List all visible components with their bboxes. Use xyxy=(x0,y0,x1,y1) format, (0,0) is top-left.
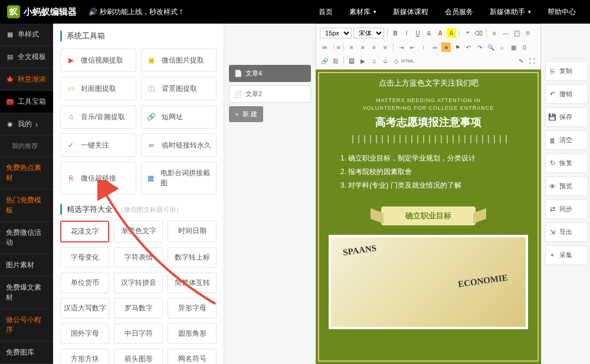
char-btn-2[interactable]: 时间日期 xyxy=(168,221,217,242)
char-btn-13[interactable]: 中日字符 xyxy=(114,323,163,344)
emoji-icon[interactable]: ☺ xyxy=(381,56,390,65)
sidebar-item-8[interactable]: 免费微信活动 xyxy=(0,222,53,254)
hr-icon[interactable]: — xyxy=(501,28,510,38)
sidebar-item-4[interactable]: ◉我的 xyxy=(0,113,53,136)
unlink-icon[interactable]: ⛓ xyxy=(331,56,340,65)
sidebar-item-9[interactable]: 图片素材 xyxy=(0,254,53,277)
char-btn-9[interactable]: 汉语大写数字 xyxy=(60,298,109,319)
flag-icon[interactable]: ⚑ xyxy=(453,42,462,52)
char-btn-11[interactable]: 异形字母 xyxy=(168,298,217,319)
char-btn-14[interactable]: 圆形角形 xyxy=(168,323,217,344)
action-复制[interactable]: ⎘复制 xyxy=(545,61,588,81)
tool-0[interactable]: ▶微信视频提取 xyxy=(60,48,136,72)
video-icon[interactable]: ▶ xyxy=(358,56,368,65)
search-icon[interactable]: 🔍 xyxy=(486,42,496,52)
outdent-icon[interactable]: ⇤ xyxy=(408,42,417,52)
char-btn-17[interactable]: 网名符号 xyxy=(168,349,217,364)
action-撤销[interactable]: ↶撤销 xyxy=(545,84,588,104)
align-j-icon[interactable]: ≡ xyxy=(381,42,390,52)
tool-1[interactable]: ▣微信图片提取 xyxy=(141,48,217,72)
nav-help[interactable]: 帮助中心 xyxy=(548,7,576,17)
sidebar-item-2[interactable]: 🍁秋意渐浓 xyxy=(0,68,53,91)
tool-4[interactable]: ♫音乐/音频提取 xyxy=(60,105,136,129)
tool-9[interactable]: ▦电影台词拼接截图 xyxy=(141,162,217,195)
expand-icon[interactable]: ⛶ xyxy=(527,56,537,65)
undo-icon[interactable]: ↶ xyxy=(464,42,473,52)
char-btn-3[interactable]: 字母变化 xyxy=(60,247,109,268)
char-btn-1[interactable]: 渐变色文字 xyxy=(114,221,163,242)
tool-7[interactable]: ∞临时链接转永久 xyxy=(141,133,217,157)
font-family-select[interactable]: 宋体 xyxy=(353,28,384,38)
action-同步[interactable]: ⇄同步 xyxy=(545,199,588,219)
image-icon[interactable]: 🖼 xyxy=(347,56,356,65)
char-btn-8[interactable]: 简繁体互转 xyxy=(168,273,217,293)
nav-home[interactable]: 首页 xyxy=(319,7,333,17)
align-left-icon[interactable]: ≡ xyxy=(490,28,499,38)
nav-course[interactable]: 新媒体课程 xyxy=(393,7,428,17)
nav-assistant[interactable]: 新媒体助手 xyxy=(490,7,531,17)
tool-5[interactable]: 🔗短网址 xyxy=(141,105,217,129)
char-btn-5[interactable]: 数字转上标 xyxy=(168,247,217,268)
paste-icon[interactable]: 📋 xyxy=(512,28,522,38)
action-恢复[interactable]: ↻恢复 xyxy=(545,153,588,173)
char-btn-0[interactable]: 花漾文字 xyxy=(60,221,109,242)
tool-6[interactable]: ✓一键关注 xyxy=(60,133,136,157)
action-预览[interactable]: 👁预览 xyxy=(545,176,588,196)
italic-icon[interactable]: I xyxy=(402,28,411,38)
new-doc-button[interactable]: ＋新 建 xyxy=(229,106,263,122)
indent-icon[interactable]: ⇥ xyxy=(396,42,406,52)
audio-icon[interactable]: ♫ xyxy=(369,56,379,65)
align-c-icon[interactable]: ≡ xyxy=(358,42,368,52)
bookmark-icon[interactable]: ★ xyxy=(441,42,451,52)
font-color-icon[interactable]: A xyxy=(435,28,445,38)
edit-icon[interactable]: ✎ xyxy=(516,56,526,65)
sidebar-item-5[interactable]: 我的推荐 xyxy=(0,136,53,157)
sidebar-item-11[interactable]: 做公号小程序 xyxy=(0,309,53,342)
replace-icon[interactable]: ⌕ xyxy=(497,42,507,52)
sidebar-item-0[interactable]: ▦单样式 xyxy=(0,24,53,46)
ol-icon[interactable]: ≔ xyxy=(320,42,329,52)
nav-member[interactable]: 会员服务 xyxy=(445,7,473,17)
print-icon[interactable]: ⎙ xyxy=(520,42,529,52)
action-采集[interactable]: ⌖采集 xyxy=(545,245,588,265)
char-btn-12[interactable]: 国外字母 xyxy=(60,323,109,344)
sidebar-item-3[interactable]: 🧰工具宝箱 xyxy=(0,91,53,113)
strike-icon[interactable]: S̶ xyxy=(424,28,434,38)
link-icon[interactable]: 🔗 xyxy=(320,56,329,65)
tool-3[interactable]: ◫背景图提取 xyxy=(141,77,217,100)
bg-color-icon[interactable]: A xyxy=(447,28,456,38)
sidebar-item-7[interactable]: 热门免费模板 xyxy=(0,189,53,222)
action-清空[interactable]: 🗑清空 xyxy=(545,130,588,150)
copy-icon[interactable]: ⎘ xyxy=(523,28,533,38)
doc-tab-1[interactable]: 📄文章4 xyxy=(229,65,311,82)
ul-icon[interactable]: ⋮≡ xyxy=(331,42,340,52)
logo[interactable]: 蚁 小蚂蚁编辑器 xyxy=(0,5,84,18)
tool-2[interactable]: ▭封面图提取 xyxy=(60,77,136,100)
align-r-icon[interactable]: ≡ xyxy=(369,42,379,52)
html-icon[interactable]: HTML xyxy=(403,56,412,65)
editor-content[interactable]: 点击上方蓝色文字关注我们吧 MATTERS NEEDING ATTENTION … xyxy=(316,70,541,364)
table-icon[interactable]: ▦ xyxy=(509,42,518,52)
action-导出[interactable]: ⇲导出 xyxy=(545,222,588,242)
sidebar-item-1[interactable]: ▤全文模板 xyxy=(0,46,53,68)
sidebar-item-10[interactable]: 免费爆文素材 xyxy=(0,277,53,309)
font-size-select[interactable]: 15px xyxy=(320,28,352,38)
quote-icon[interactable]: ❝ xyxy=(463,28,472,38)
nav-material[interactable]: 素材库 xyxy=(349,7,376,17)
char-btn-7[interactable]: 汉字转拼音 xyxy=(114,273,163,293)
action-保存[interactable]: 💾保存 xyxy=(545,107,588,127)
redo-icon[interactable]: ↷ xyxy=(475,42,484,52)
char-btn-4[interactable]: 字符表情 xyxy=(114,247,163,268)
underline-icon[interactable]: U xyxy=(413,28,422,38)
char-btn-16[interactable]: 箭头图形 xyxy=(114,349,163,364)
doc-tab-2[interactable]: 📄文章2 xyxy=(229,86,311,103)
tool-8[interactable]: ⎘微信超链接 xyxy=(60,162,136,195)
lineheight-icon[interactable]: ↕ xyxy=(419,42,428,52)
code-icon[interactable]: ◇ xyxy=(392,56,401,65)
sidebar-item-12[interactable]: 免费图库 xyxy=(0,342,53,364)
format-icon[interactable]: ⌫ xyxy=(474,28,483,38)
align-l-icon[interactable]: ≡ xyxy=(347,42,356,52)
sidebar-item-6[interactable]: 免费热点素材 xyxy=(0,157,53,189)
bold-icon[interactable]: B xyxy=(391,28,400,38)
spacing-icon[interactable]: ⇔ xyxy=(430,42,440,52)
